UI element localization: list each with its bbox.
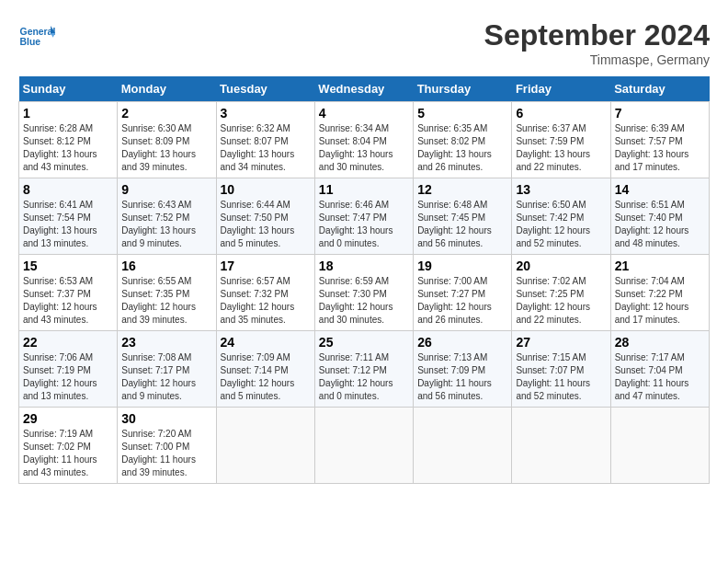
day-info: Sunrise: 6:34 AM Sunset: 8:04 PM Dayligh… — [319, 122, 409, 174]
svg-text:Blue: Blue — [20, 37, 41, 47]
calendar-day-cell: 7 Sunrise: 6:39 AM Sunset: 7:57 PM Dayli… — [610, 102, 709, 178]
day-info: Sunrise: 6:35 AM Sunset: 8:02 PM Dayligh… — [417, 122, 507, 174]
page-header: General Blue September 2024 Timmaspe, Ge… — [18, 18, 710, 67]
day-info: Sunrise: 7:06 AM Sunset: 7:19 PM Dayligh… — [23, 351, 113, 403]
calendar-day-cell: 9 Sunrise: 6:43 AM Sunset: 7:52 PM Dayli… — [118, 178, 216, 255]
day-info: Sunrise: 7:04 AM Sunset: 7:22 PM Dayligh… — [615, 275, 705, 327]
day-number: 11 — [319, 182, 409, 197]
day-info: Sunrise: 6:57 AM Sunset: 7:32 PM Dayligh… — [221, 275, 311, 327]
day-info: Sunrise: 6:32 AM Sunset: 8:07 PM Dayligh… — [221, 122, 311, 174]
calendar-day-cell: 19 Sunrise: 7:00 AM Sunset: 7:27 PM Dayl… — [414, 255, 512, 331]
day-info: Sunrise: 7:17 AM Sunset: 7:04 PM Dayligh… — [615, 351, 705, 403]
calendar-week-row: 15 Sunrise: 6:53 AM Sunset: 7:37 PM Dayl… — [19, 255, 710, 331]
day-info: Sunrise: 6:41 AM Sunset: 7:54 PM Dayligh… — [23, 199, 113, 250]
day-info: Sunrise: 6:53 AM Sunset: 7:37 PM Dayligh… — [23, 275, 113, 327]
logo-icon: General Blue — [18, 18, 55, 55]
day-info: Sunrise: 7:00 AM Sunset: 7:27 PM Dayligh… — [417, 275, 507, 327]
header-friday: Friday — [512, 76, 610, 102]
day-info: Sunrise: 7:20 AM Sunset: 7:00 PM Dayligh… — [121, 428, 211, 479]
header-sunday: Sunday — [19, 76, 118, 102]
calendar-week-row: 8 Sunrise: 6:41 AM Sunset: 7:54 PM Dayli… — [19, 178, 710, 255]
day-info: Sunrise: 6:48 AM Sunset: 7:45 PM Dayligh… — [417, 199, 507, 250]
day-number: 16 — [121, 259, 211, 273]
calendar-day-cell: 15 Sunrise: 6:53 AM Sunset: 7:37 PM Dayl… — [19, 255, 118, 331]
day-number: 21 — [615, 259, 705, 273]
day-number: 27 — [516, 335, 606, 350]
header-thursday: Thursday — [414, 76, 512, 102]
day-number: 4 — [319, 106, 409, 121]
calendar-day-cell: 16 Sunrise: 6:55 AM Sunset: 7:35 PM Dayl… — [118, 255, 216, 331]
calendar-day-cell: 18 Sunrise: 6:59 AM Sunset: 7:30 PM Dayl… — [314, 255, 413, 331]
day-info: Sunrise: 7:19 AM Sunset: 7:02 PM Dayligh… — [23, 428, 113, 479]
calendar-day-cell: 10 Sunrise: 6:44 AM Sunset: 7:50 PM Dayl… — [216, 178, 314, 255]
day-number: 19 — [417, 259, 507, 273]
day-info: Sunrise: 6:39 AM Sunset: 7:57 PM Dayligh… — [615, 122, 705, 174]
day-info: Sunrise: 7:15 AM Sunset: 7:07 PM Dayligh… — [516, 351, 606, 403]
day-info: Sunrise: 6:37 AM Sunset: 7:59 PM Dayligh… — [516, 122, 606, 174]
calendar-day-cell: 24 Sunrise: 7:09 AM Sunset: 7:14 PM Dayl… — [216, 331, 314, 408]
calendar-day-cell: 5 Sunrise: 6:35 AM Sunset: 8:02 PM Dayli… — [414, 102, 512, 178]
day-number: 6 — [516, 106, 606, 121]
day-number: 25 — [319, 335, 409, 350]
day-number: 28 — [615, 335, 705, 350]
calendar-day-cell: 21 Sunrise: 7:04 AM Sunset: 7:22 PM Dayl… — [610, 255, 709, 331]
day-number: 10 — [221, 182, 311, 197]
day-number: 30 — [121, 411, 211, 426]
day-number: 5 — [417, 106, 507, 121]
calendar-day-cell — [414, 408, 512, 484]
calendar-day-cell: 22 Sunrise: 7:06 AM Sunset: 7:19 PM Dayl… — [19, 331, 118, 408]
header-tuesday: Tuesday — [216, 76, 314, 102]
calendar-table: Sunday Monday Tuesday Wednesday Thursday… — [18, 76, 710, 484]
calendar-day-cell: 1 Sunrise: 6:28 AM Sunset: 8:12 PM Dayli… — [19, 102, 118, 178]
calendar-day-cell — [216, 408, 314, 484]
day-info: Sunrise: 7:02 AM Sunset: 7:25 PM Dayligh… — [516, 275, 606, 327]
calendar-day-cell: 3 Sunrise: 6:32 AM Sunset: 8:07 PM Dayli… — [216, 102, 314, 178]
header-monday: Monday — [118, 76, 216, 102]
day-info: Sunrise: 6:51 AM Sunset: 7:40 PM Dayligh… — [615, 199, 705, 250]
day-number: 7 — [615, 106, 705, 121]
calendar-week-row: 22 Sunrise: 7:06 AM Sunset: 7:19 PM Dayl… — [19, 331, 710, 408]
calendar-day-cell — [314, 408, 413, 484]
day-number: 22 — [23, 335, 113, 350]
day-info: Sunrise: 6:44 AM Sunset: 7:50 PM Dayligh… — [221, 199, 311, 250]
day-info: Sunrise: 6:50 AM Sunset: 7:42 PM Dayligh… — [516, 199, 606, 250]
day-number: 12 — [417, 182, 507, 197]
day-info: Sunrise: 7:08 AM Sunset: 7:17 PM Dayligh… — [121, 351, 211, 403]
calendar-week-row: 1 Sunrise: 6:28 AM Sunset: 8:12 PM Dayli… — [19, 102, 710, 178]
day-number: 24 — [221, 335, 311, 350]
calendar-day-cell: 14 Sunrise: 6:51 AM Sunset: 7:40 PM Dayl… — [610, 178, 709, 255]
calendar-week-row: 29 Sunrise: 7:19 AM Sunset: 7:02 PM Dayl… — [19, 408, 710, 484]
logo: General Blue — [18, 18, 55, 55]
calendar-day-cell — [610, 408, 709, 484]
day-info: Sunrise: 6:55 AM Sunset: 7:35 PM Dayligh… — [121, 275, 211, 327]
day-number: 9 — [121, 182, 211, 197]
day-info: Sunrise: 6:30 AM Sunset: 8:09 PM Dayligh… — [121, 122, 211, 174]
day-number: 26 — [417, 335, 507, 350]
calendar-day-cell: 17 Sunrise: 6:57 AM Sunset: 7:32 PM Dayl… — [216, 255, 314, 331]
day-number: 8 — [23, 182, 113, 197]
day-number: 13 — [516, 182, 606, 197]
day-number: 1 — [23, 106, 113, 121]
day-number: 15 — [23, 259, 113, 273]
svg-text:General: General — [20, 27, 55, 37]
calendar-day-cell: 2 Sunrise: 6:30 AM Sunset: 8:09 PM Dayli… — [118, 102, 216, 178]
day-info: Sunrise: 6:43 AM Sunset: 7:52 PM Dayligh… — [121, 199, 211, 250]
calendar-day-cell: 29 Sunrise: 7:19 AM Sunset: 7:02 PM Dayl… — [19, 408, 118, 484]
month-title: September 2024 — [484, 18, 710, 52]
header-saturday: Saturday — [610, 76, 709, 102]
day-info: Sunrise: 7:11 AM Sunset: 7:12 PM Dayligh… — [319, 351, 409, 403]
day-number: 29 — [23, 411, 113, 426]
calendar-day-cell: 27 Sunrise: 7:15 AM Sunset: 7:07 PM Dayl… — [512, 331, 610, 408]
calendar-day-cell: 6 Sunrise: 6:37 AM Sunset: 7:59 PM Dayli… — [512, 102, 610, 178]
day-info: Sunrise: 7:09 AM Sunset: 7:14 PM Dayligh… — [221, 351, 311, 403]
day-number: 3 — [221, 106, 311, 121]
calendar-day-cell: 20 Sunrise: 7:02 AM Sunset: 7:25 PM Dayl… — [512, 255, 610, 331]
calendar-day-cell: 23 Sunrise: 7:08 AM Sunset: 7:17 PM Dayl… — [118, 331, 216, 408]
weekday-header-row: Sunday Monday Tuesday Wednesday Thursday… — [19, 76, 710, 102]
day-number: 2 — [121, 106, 211, 121]
calendar-day-cell: 26 Sunrise: 7:13 AM Sunset: 7:09 PM Dayl… — [414, 331, 512, 408]
calendar-day-cell: 30 Sunrise: 7:20 AM Sunset: 7:00 PM Dayl… — [118, 408, 216, 484]
day-number: 18 — [319, 259, 409, 273]
calendar-day-cell: 12 Sunrise: 6:48 AM Sunset: 7:45 PM Dayl… — [414, 178, 512, 255]
location-subtitle: Timmaspe, Germany — [484, 52, 710, 67]
